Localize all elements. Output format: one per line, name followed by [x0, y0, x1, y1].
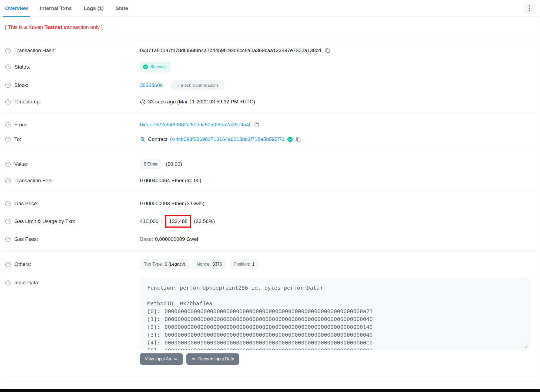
- view-input-as-button[interactable]: View Input As: [140, 353, 183, 365]
- base-fee-value: 0.000000009 Gwei: [155, 236, 198, 242]
- gas-used-highlight-box: 133,488: [165, 215, 192, 228]
- svg-text:?: ?: [7, 220, 9, 223]
- word-index: [0]:: [147, 307, 165, 315]
- svg-text:?: ?: [7, 83, 9, 87]
- row-label: ? To:: [5, 136, 140, 142]
- notice-prefix: [ This is a Kovan: [5, 24, 44, 30]
- from-address-link[interactable]: 0xfee7522e8482682cf50ddc50a0f8da2a39effa…: [140, 122, 250, 128]
- decode-input-data-label: Decode Input Data: [198, 357, 234, 361]
- svg-text:?: ?: [7, 179, 9, 182]
- decode-icon: [191, 357, 196, 361]
- row-transaction-hash: ? Transaction Hash: 0x371a51097fb78df856…: [5, 43, 529, 58]
- input-data-textarea[interactable]: Function: performUpkeep(uint256 id, byte…: [140, 278, 529, 350]
- value-label: Value:: [14, 161, 28, 167]
- input-methodid-line: MethodID: 0x7bbaf1ea: [147, 300, 522, 307]
- help-icon[interactable]: ?: [5, 219, 11, 224]
- row-label: ? Value:: [5, 161, 140, 167]
- tab-bar: Overview Internal Txns Logs (1) State: [0, 0, 540, 17]
- copy-icon[interactable]: [324, 48, 330, 53]
- section-gas: ? Gas Price: 0.000000003 Ether (3 Gwei) …: [4, 192, 536, 251]
- magnifier-plus-icon[interactable]: [140, 137, 146, 142]
- input-data-word: [0]:000000000000000000000000000000000000…: [147, 307, 522, 315]
- copy-icon[interactable]: [254, 122, 260, 128]
- help-icon[interactable]: ?: [5, 161, 11, 167]
- row-label: ? Gas Price:: [5, 201, 140, 207]
- copy-icon[interactable]: [295, 136, 301, 142]
- input-blank-line: [147, 292, 522, 300]
- word-value: 0000000000000000000000000000000000000000…: [165, 308, 373, 315]
- input-data-word: [1]:000000000000000000000000000000000000…: [147, 315, 522, 323]
- more-options-button[interactable]: [524, 3, 535, 14]
- to-address-link[interactable]: 0x4cb093f226983713164a62138c3f718a5b595f…: [170, 136, 285, 142]
- help-icon[interactable]: ?: [5, 99, 11, 105]
- status-badge-text: Success: [150, 65, 166, 69]
- section-summary: ? Transaction Hash: 0x371a51097fb78df856…: [4, 39, 536, 113]
- row-status: ? Status: Success: [5, 58, 529, 76]
- to-contract-prefix: Contract: [148, 136, 167, 142]
- notice-suffix: transaction only ]: [62, 24, 103, 30]
- help-icon[interactable]: ?: [5, 201, 11, 207]
- input-data-word: [3]:000000000000000000000000000000000000…: [147, 331, 522, 339]
- svg-text:?: ?: [7, 100, 9, 103]
- usd-value: ($0.00): [166, 161, 182, 167]
- word-value: 0000000000000000000000000000000000000000…: [165, 332, 373, 338]
- row-block: ? Block: 30328606 7 Block Confirmations: [5, 76, 529, 94]
- window-bottom-bar: [0, 389, 540, 392]
- help-icon[interactable]: ?: [5, 178, 11, 184]
- help-icon[interactable]: ?: [5, 122, 11, 128]
- nonce-badge: Nonce: 3376: [193, 259, 226, 269]
- position-badge: Position: 1: [230, 259, 259, 269]
- decode-input-data-button[interactable]: Decode Input Data: [186, 353, 239, 365]
- status-label: Status:: [14, 64, 30, 70]
- word-index: [1]:: [147, 315, 165, 323]
- help-icon[interactable]: ?: [5, 48, 11, 53]
- row-others: ? Others: Txn Type: 0 (Legacy) Nonce: 33…: [5, 255, 529, 274]
- tab-state[interactable]: State: [116, 0, 128, 16]
- kebab-icon: [529, 8, 530, 9]
- word-value: 0000000000000000000000000000000000000000…: [165, 339, 373, 346]
- resize-handle[interactable]: [524, 344, 528, 348]
- word-index: [5]:: [147, 347, 165, 350]
- status-badge: Success: [140, 62, 170, 72]
- block-confirmations-badge: 7 Block Confirmations: [172, 80, 224, 90]
- block-number-link[interactable]: 30328606: [140, 82, 163, 88]
- word-value: 0000000000000000000000000000000000000000…: [165, 316, 373, 322]
- svg-text:?: ?: [7, 49, 9, 52]
- gas-price-label: Gas Price:: [14, 201, 38, 207]
- base-fee-label: Base:: [140, 236, 153, 242]
- tab-logs[interactable]: Logs (1): [84, 0, 104, 16]
- row-to: ? To: Contract 0x4cb093f226983713164a621…: [5, 132, 529, 147]
- row-label: ? From:: [5, 122, 140, 128]
- transaction-fee-value: 0.000400464 Ether ($0.00): [140, 178, 201, 184]
- verified-check-icon: [287, 137, 293, 142]
- help-icon[interactable]: ?: [5, 280, 11, 286]
- kebab-icon: [529, 10, 530, 11]
- help-icon[interactable]: ?: [5, 64, 11, 70]
- help-icon[interactable]: ?: [5, 137, 11, 142]
- row-label: ? Transaction Hash:: [5, 48, 140, 53]
- row-timestamp: ? Timestamp: 33 secs ago (Mar-11-2022 03…: [5, 94, 529, 109]
- input-data-label: Input Data:: [14, 280, 39, 286]
- svg-text:?: ?: [7, 65, 9, 68]
- tab-overview[interactable]: Overview: [5, 0, 28, 16]
- position-key: Position:: [234, 262, 250, 267]
- tab-internal-txns[interactable]: Internal Txns: [40, 0, 72, 16]
- help-icon[interactable]: ?: [5, 82, 11, 88]
- svg-text:?: ?: [7, 163, 9, 166]
- word-value: 0000000000000000000000000000000000000000…: [165, 347, 373, 350]
- clock-icon: [140, 99, 146, 105]
- help-icon[interactable]: ?: [5, 236, 11, 242]
- txn-type-value: 0 (Legacy): [165, 262, 185, 267]
- help-icon[interactable]: ?: [5, 262, 11, 267]
- transaction-hash-label: Transaction Hash:: [14, 48, 56, 53]
- row-label: ? Status:: [5, 64, 140, 70]
- input-actions: View Input As Decode Input Data: [140, 353, 529, 365]
- notice-bold: Testnet: [44, 24, 62, 30]
- section-others-input: ? Others: Txn Type: 0 (Legacy) Nonce: 33…: [4, 251, 536, 369]
- input-function-line: Function: performUpkeep(uint256 id, byte…: [147, 284, 522, 292]
- timestamp-value: 33 secs ago (Mar-11-2022 03:59:32 PM +UT…: [148, 99, 255, 105]
- svg-text:?: ?: [7, 281, 9, 284]
- gas-fees-label: Gas Fees:: [14, 236, 38, 242]
- row-label: ? Transaction Fee:: [5, 178, 140, 184]
- gas-limit-label: Gas Limit & Usage by Txn:: [14, 218, 75, 224]
